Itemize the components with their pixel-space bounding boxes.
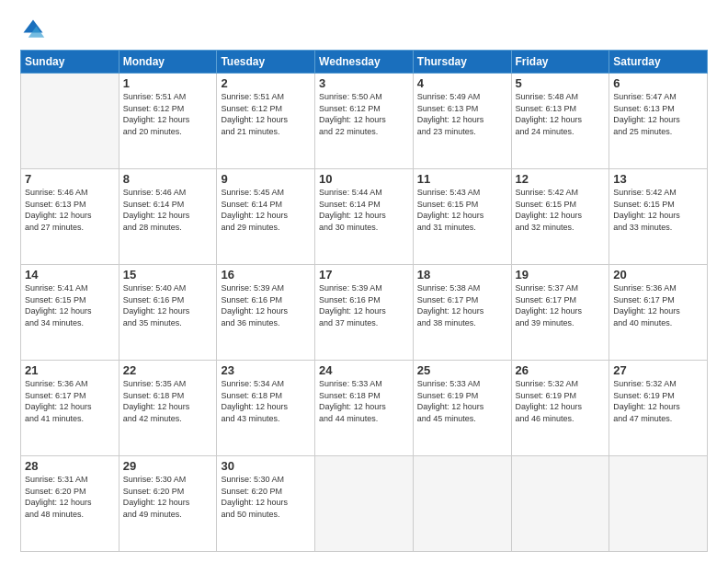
calendar-cell: 30Sunrise: 5:30 AM Sunset: 6:20 PM Dayli… xyxy=(217,456,315,552)
week-row-2: 7Sunrise: 5:46 AM Sunset: 6:13 PM Daylig… xyxy=(21,169,708,265)
day-number: 28 xyxy=(25,459,115,473)
calendar-cell: 13Sunrise: 5:42 AM Sunset: 6:15 PM Dayli… xyxy=(609,169,708,265)
day-number: 11 xyxy=(417,172,507,186)
logo-icon xyxy=(20,17,46,42)
calendar-cell: 8Sunrise: 5:46 AM Sunset: 6:14 PM Daylig… xyxy=(119,169,217,265)
calendar-cell: 25Sunrise: 5:33 AM Sunset: 6:19 PM Dayli… xyxy=(413,361,511,456)
day-number: 17 xyxy=(319,268,409,282)
calendar-cell: 29Sunrise: 5:30 AM Sunset: 6:20 PM Dayli… xyxy=(119,456,217,552)
calendar-cell: 15Sunrise: 5:40 AM Sunset: 6:16 PM Dayli… xyxy=(119,265,217,361)
calendar-cell xyxy=(21,74,119,169)
calendar-cell xyxy=(609,456,708,552)
day-header-sunday: Sunday xyxy=(21,51,119,74)
calendar-cell: 20Sunrise: 5:36 AM Sunset: 6:17 PM Dayli… xyxy=(609,265,708,361)
calendar-cell: 14Sunrise: 5:41 AM Sunset: 6:15 PM Dayli… xyxy=(21,265,119,361)
day-info: Sunrise: 5:47 AM Sunset: 6:13 PM Dayligh… xyxy=(613,91,703,137)
day-number: 23 xyxy=(221,363,311,377)
week-row-1: 1Sunrise: 5:51 AM Sunset: 6:12 PM Daylig… xyxy=(21,74,708,169)
day-number: 1 xyxy=(123,76,213,90)
day-info: Sunrise: 5:37 AM Sunset: 6:17 PM Dayligh… xyxy=(516,282,606,328)
day-info: Sunrise: 5:32 AM Sunset: 6:19 PM Dayligh… xyxy=(516,378,606,424)
day-info: Sunrise: 5:50 AM Sunset: 6:12 PM Dayligh… xyxy=(319,91,409,137)
calendar-cell: 10Sunrise: 5:44 AM Sunset: 6:14 PM Dayli… xyxy=(315,169,414,265)
calendar-body: 1Sunrise: 5:51 AM Sunset: 6:12 PM Daylig… xyxy=(21,74,708,552)
day-number: 3 xyxy=(319,76,409,90)
calendar-cell: 11Sunrise: 5:43 AM Sunset: 6:15 PM Dayli… xyxy=(413,169,511,265)
day-number: 15 xyxy=(123,268,213,282)
day-info: Sunrise: 5:45 AM Sunset: 6:14 PM Dayligh… xyxy=(221,187,311,233)
calendar-cell: 9Sunrise: 5:45 AM Sunset: 6:14 PM Daylig… xyxy=(217,169,315,265)
day-number: 24 xyxy=(319,363,409,377)
week-row-5: 28Sunrise: 5:31 AM Sunset: 6:20 PM Dayli… xyxy=(21,456,708,552)
day-number: 5 xyxy=(516,76,606,90)
day-header-wednesday: Wednesday xyxy=(315,51,414,74)
header-row: SundayMondayTuesdayWednesdayThursdayFrid… xyxy=(21,51,708,74)
day-header-monday: Monday xyxy=(119,51,217,74)
day-info: Sunrise: 5:48 AM Sunset: 6:13 PM Dayligh… xyxy=(516,91,606,137)
calendar: SundayMondayTuesdayWednesdayThursdayFrid… xyxy=(20,50,708,552)
day-header-friday: Friday xyxy=(511,51,609,74)
day-number: 10 xyxy=(319,172,409,186)
day-number: 14 xyxy=(25,268,115,282)
calendar-cell: 1Sunrise: 5:51 AM Sunset: 6:12 PM Daylig… xyxy=(119,74,217,169)
calendar-cell: 23Sunrise: 5:34 AM Sunset: 6:18 PM Dayli… xyxy=(217,361,315,456)
day-number: 21 xyxy=(25,363,115,377)
day-info: Sunrise: 5:49 AM Sunset: 6:13 PM Dayligh… xyxy=(417,91,507,137)
calendar-cell: 4Sunrise: 5:49 AM Sunset: 6:13 PM Daylig… xyxy=(413,74,511,169)
calendar-cell: 7Sunrise: 5:46 AM Sunset: 6:13 PM Daylig… xyxy=(21,169,119,265)
day-number: 6 xyxy=(613,76,703,90)
calendar-cell: 21Sunrise: 5:36 AM Sunset: 6:17 PM Dayli… xyxy=(21,361,119,456)
day-number: 8 xyxy=(123,172,213,186)
day-number: 4 xyxy=(417,76,507,90)
day-info: Sunrise: 5:38 AM Sunset: 6:17 PM Dayligh… xyxy=(417,282,507,328)
day-info: Sunrise: 5:51 AM Sunset: 6:12 PM Dayligh… xyxy=(221,91,311,137)
day-number: 18 xyxy=(417,268,507,282)
calendar-cell: 28Sunrise: 5:31 AM Sunset: 6:20 PM Dayli… xyxy=(21,456,119,552)
logo xyxy=(20,17,48,42)
day-header-saturday: Saturday xyxy=(609,51,708,74)
calendar-cell: 26Sunrise: 5:32 AM Sunset: 6:19 PM Dayli… xyxy=(511,361,609,456)
week-row-4: 21Sunrise: 5:36 AM Sunset: 6:17 PM Dayli… xyxy=(21,361,708,456)
day-number: 25 xyxy=(417,363,507,377)
calendar-cell: 6Sunrise: 5:47 AM Sunset: 6:13 PM Daylig… xyxy=(609,74,708,169)
day-number: 13 xyxy=(613,172,703,186)
day-info: Sunrise: 5:39 AM Sunset: 6:16 PM Dayligh… xyxy=(319,282,409,328)
day-info: Sunrise: 5:32 AM Sunset: 6:19 PM Dayligh… xyxy=(613,378,703,424)
day-number: 16 xyxy=(221,268,311,282)
day-info: Sunrise: 5:39 AM Sunset: 6:16 PM Dayligh… xyxy=(221,282,311,328)
day-number: 30 xyxy=(221,459,311,473)
day-info: Sunrise: 5:42 AM Sunset: 6:15 PM Dayligh… xyxy=(613,187,703,233)
day-info: Sunrise: 5:51 AM Sunset: 6:12 PM Dayligh… xyxy=(123,91,213,137)
calendar-cell: 22Sunrise: 5:35 AM Sunset: 6:18 PM Dayli… xyxy=(119,361,217,456)
day-info: Sunrise: 5:40 AM Sunset: 6:16 PM Dayligh… xyxy=(123,282,213,328)
calendar-cell: 17Sunrise: 5:39 AM Sunset: 6:16 PM Dayli… xyxy=(315,265,414,361)
calendar-cell: 5Sunrise: 5:48 AM Sunset: 6:13 PM Daylig… xyxy=(511,74,609,169)
day-number: 22 xyxy=(123,363,213,377)
header xyxy=(20,17,708,42)
day-info: Sunrise: 5:34 AM Sunset: 6:18 PM Dayligh… xyxy=(221,378,311,424)
calendar-cell xyxy=(413,456,511,552)
day-info: Sunrise: 5:42 AM Sunset: 6:15 PM Dayligh… xyxy=(516,187,606,233)
day-info: Sunrise: 5:36 AM Sunset: 6:17 PM Dayligh… xyxy=(613,282,703,328)
day-number: 19 xyxy=(516,268,606,282)
day-info: Sunrise: 5:43 AM Sunset: 6:15 PM Dayligh… xyxy=(417,187,507,233)
day-number: 12 xyxy=(516,172,606,186)
day-number: 29 xyxy=(123,459,213,473)
calendar-cell xyxy=(511,456,609,552)
day-header-tuesday: Tuesday xyxy=(217,51,315,74)
day-info: Sunrise: 5:44 AM Sunset: 6:14 PM Dayligh… xyxy=(319,187,409,233)
day-number: 7 xyxy=(25,172,115,186)
calendar-cell: 16Sunrise: 5:39 AM Sunset: 6:16 PM Dayli… xyxy=(217,265,315,361)
day-info: Sunrise: 5:30 AM Sunset: 6:20 PM Dayligh… xyxy=(221,474,311,520)
calendar-cell: 24Sunrise: 5:33 AM Sunset: 6:18 PM Dayli… xyxy=(315,361,414,456)
day-number: 2 xyxy=(221,76,311,90)
calendar-cell: 2Sunrise: 5:51 AM Sunset: 6:12 PM Daylig… xyxy=(217,74,315,169)
day-info: Sunrise: 5:46 AM Sunset: 6:13 PM Dayligh… xyxy=(25,187,115,233)
week-row-3: 14Sunrise: 5:41 AM Sunset: 6:15 PM Dayli… xyxy=(21,265,708,361)
page: SundayMondayTuesdayWednesdayThursdayFrid… xyxy=(0,0,728,563)
calendar-cell: 27Sunrise: 5:32 AM Sunset: 6:19 PM Dayli… xyxy=(609,361,708,456)
day-number: 26 xyxy=(516,363,606,377)
day-number: 27 xyxy=(613,363,703,377)
calendar-cell: 18Sunrise: 5:38 AM Sunset: 6:17 PM Dayli… xyxy=(413,265,511,361)
day-info: Sunrise: 5:31 AM Sunset: 6:20 PM Dayligh… xyxy=(25,474,115,520)
